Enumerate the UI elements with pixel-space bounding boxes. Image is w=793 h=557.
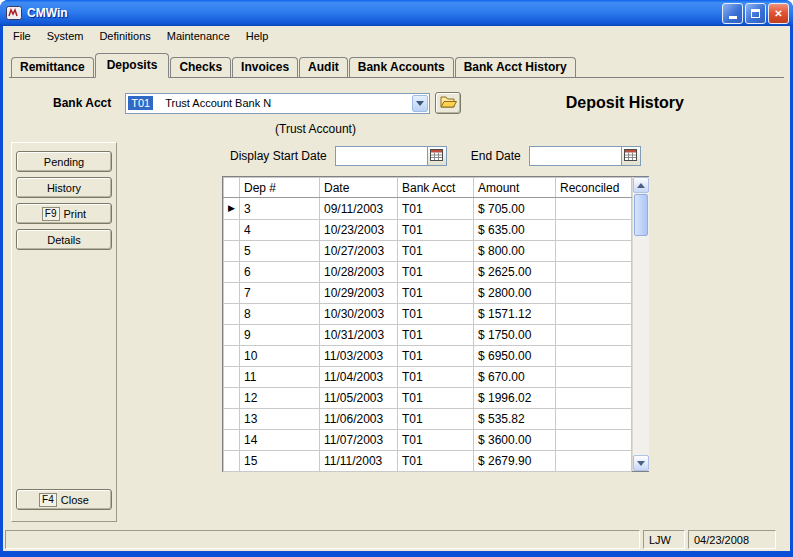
titlebar[interactable]: CMWin ✕ (0, 0, 793, 26)
history-button[interactable]: History (16, 177, 112, 198)
open-lookup-button[interactable] (435, 92, 461, 114)
end-date-input[interactable] (529, 146, 621, 166)
cell-bank_acct: T01 (398, 304, 474, 325)
menu-maintenance[interactable]: Maintenance (159, 28, 238, 44)
row-selector-cell[interactable] (224, 283, 240, 304)
table-row[interactable]: 510/27/2003T01$ 800.00 (224, 241, 632, 262)
cell-date: 10/31/2003 (320, 325, 398, 346)
pending-button[interactable]: Pending (16, 151, 112, 172)
row-selector-cell[interactable] (224, 304, 240, 325)
close-icon: ✕ (774, 8, 782, 19)
table-row[interactable]: 1311/06/2003T01$ 535.82 (224, 409, 632, 430)
tab-audit[interactable]: Audit (299, 57, 348, 77)
end-date-calendar-button[interactable] (621, 146, 641, 166)
scroll-up-button[interactable] (633, 177, 649, 193)
table-row[interactable]: 1511/11/2003T01$ 2679.90 (224, 451, 632, 472)
deposit-table-body: ▶309/11/2003T01$ 705.00410/23/2003T01$ 6… (224, 198, 632, 472)
row-selector-cell[interactable] (224, 220, 240, 241)
cell-amount: $ 2679.90 (474, 451, 556, 472)
start-date-calendar-button[interactable] (427, 146, 447, 166)
window-title: CMWin (27, 6, 720, 20)
table-row[interactable]: 1411/07/2003T01$ 3600.00 (224, 430, 632, 451)
cell-dep: 14 (240, 430, 320, 451)
row-selector-cell[interactable] (224, 451, 240, 472)
row-selector-cell[interactable] (224, 367, 240, 388)
row-selector-cell[interactable] (224, 409, 240, 430)
table-row[interactable]: ▶309/11/2003T01$ 705.00 (224, 198, 632, 220)
cell-amount: $ 1996.02 (474, 388, 556, 409)
chevron-down-icon (416, 101, 424, 106)
cell-date: 11/03/2003 (320, 346, 398, 367)
tab-bank-accounts[interactable]: Bank Accounts (349, 57, 454, 77)
table-row[interactable]: 910/31/2003T01$ 1750.00 (224, 325, 632, 346)
cell-amount: $ 2625.00 (474, 262, 556, 283)
maximize-button[interactable] (745, 3, 766, 24)
tab-invoices[interactable]: Invoices (232, 57, 298, 77)
row-selector-cell[interactable] (224, 388, 240, 409)
vertical-scrollbar[interactable] (632, 177, 649, 471)
scrollbar-thumb[interactable] (634, 194, 648, 236)
tab-strip: Remittance Deposits Checks Invoices Audi… (9, 53, 784, 78)
combobox-dropdown-button[interactable] (412, 95, 428, 112)
status-user-panel: LJW (643, 530, 685, 549)
cell-reconciled (556, 304, 632, 325)
cell-bank_acct: T01 (398, 388, 474, 409)
bank-acct-combobox[interactable]: T01 Trust Account Bank N (125, 93, 430, 114)
table-row[interactable]: 810/30/2003T01$ 1571.12 (224, 304, 632, 325)
table-row[interactable]: 1211/05/2003T01$ 1996.02 (224, 388, 632, 409)
scroll-up-icon (637, 183, 645, 188)
menu-system[interactable]: System (39, 28, 92, 44)
cell-date: 11/07/2003 (320, 430, 398, 451)
table-row[interactable]: 410/23/2003T01$ 635.00 (224, 220, 632, 241)
cell-dep: 4 (240, 220, 320, 241)
print-key-hint: F9 (42, 207, 60, 221)
table-row[interactable]: 710/29/2003T01$ 2800.00 (224, 283, 632, 304)
tab-bank-acct-history[interactable]: Bank Acct History (455, 57, 576, 77)
row-selector-cell[interactable]: ▶ (224, 198, 240, 220)
row-selector-cell[interactable] (224, 325, 240, 346)
cell-bank_acct: T01 (398, 198, 474, 220)
row-selector-cell[interactable] (224, 262, 240, 283)
close-form-button[interactable]: F4Close (16, 489, 112, 510)
deposit-grid: Dep # Date Bank Acct Amount Reconciled ▶… (222, 176, 649, 472)
minimize-button[interactable] (722, 3, 743, 24)
table-row[interactable]: 1011/03/2003T01$ 6950.00 (224, 346, 632, 367)
cell-amount: $ 535.82 (474, 409, 556, 430)
cell-date: 11/06/2003 (320, 409, 398, 430)
tab-deposits[interactable]: Deposits (95, 53, 170, 78)
column-header-bank-acct: Bank Acct (398, 178, 474, 198)
tab-remittance[interactable]: Remittance (11, 57, 94, 77)
header-row: Bank Acct T01 Trust Account Bank N Depos… (3, 78, 790, 118)
cell-reconciled (556, 388, 632, 409)
header-gutter-cell (224, 178, 240, 198)
cell-bank_acct: T01 (398, 451, 474, 472)
menu-file[interactable]: File (5, 28, 39, 44)
cell-reconciled (556, 283, 632, 304)
row-selector-cell[interactable] (224, 346, 240, 367)
tab-checks[interactable]: Checks (170, 57, 231, 77)
row-selector-cell[interactable] (224, 430, 240, 451)
table-row[interactable]: 610/28/2003T01$ 2625.00 (224, 262, 632, 283)
print-button-label: Print (64, 208, 87, 220)
start-date-input[interactable] (335, 146, 427, 166)
row-selector-cell[interactable] (224, 241, 240, 262)
cell-reconciled (556, 325, 632, 346)
cell-reconciled (556, 346, 632, 367)
cell-dep: 10 (240, 346, 320, 367)
content-panel: Display Start Date End Date (125, 142, 782, 522)
scrollbar-track[interactable] (633, 193, 649, 455)
table-row[interactable]: 1111/04/2003T01$ 670.00 (224, 367, 632, 388)
column-header-reconciled: Reconciled (556, 178, 632, 198)
cell-amount: $ 635.00 (474, 220, 556, 241)
statusbar: LJW 04/23/2008 (3, 528, 790, 551)
menu-definitions[interactable]: Definitions (91, 28, 158, 44)
cell-amount: $ 6950.00 (474, 346, 556, 367)
scroll-down-button[interactable] (633, 455, 649, 471)
cell-dep: 11 (240, 367, 320, 388)
close-key-hint: F4 (39, 493, 57, 507)
close-window-button[interactable]: ✕ (768, 3, 789, 24)
print-button[interactable]: F9Print (16, 203, 112, 224)
menu-help[interactable]: Help (238, 28, 277, 44)
cell-dep: 13 (240, 409, 320, 430)
details-button[interactable]: Details (16, 229, 112, 250)
